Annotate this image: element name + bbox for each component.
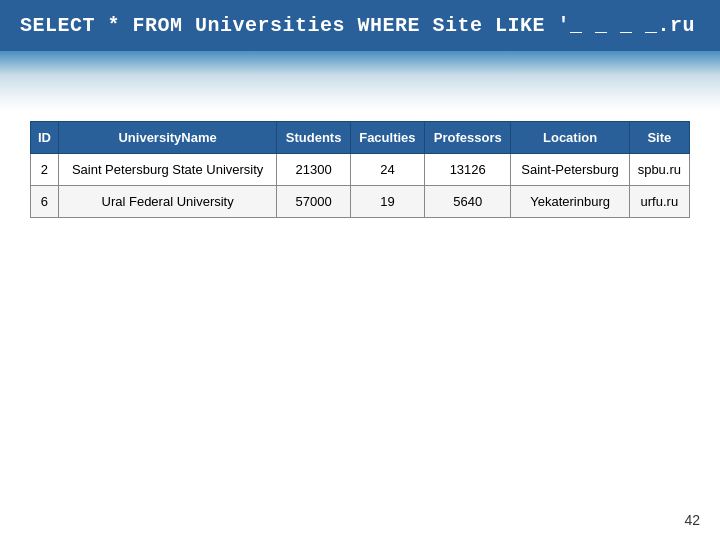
cell-location: Saint-Petersburg — [511, 154, 629, 186]
col-header-faculties: Faculties — [350, 122, 424, 154]
query-bar: SELECT * FROM Universities WHERE Site LI… — [0, 0, 720, 51]
cell-location: Yekaterinburg — [511, 186, 629, 218]
cell-professors: 13126 — [424, 154, 511, 186]
col-header-location: Location — [511, 122, 629, 154]
col-header-professors: Professors — [424, 122, 511, 154]
page-number: 42 — [684, 512, 700, 528]
cell-students: 21300 — [277, 154, 350, 186]
cell-professors: 5640 — [424, 186, 511, 218]
col-header-university-name: UniversityName — [58, 122, 277, 154]
col-header-site: Site — [629, 122, 689, 154]
cell-university-name: Saint Petersburg State University — [58, 154, 277, 186]
cell-id: 2 — [31, 154, 59, 186]
cell-faculties: 24 — [350, 154, 424, 186]
cell-site: urfu.ru — [629, 186, 689, 218]
results-table: ID UniversityName Students Faculties Pro… — [30, 121, 690, 218]
cell-students: 57000 — [277, 186, 350, 218]
col-header-id: ID — [31, 122, 59, 154]
col-header-students: Students — [277, 122, 350, 154]
sql-query: SELECT * FROM Universities WHERE Site LI… — [20, 14, 695, 37]
cell-site: spbu.ru — [629, 154, 689, 186]
table-row: 2Saint Petersburg State University213002… — [31, 154, 690, 186]
cell-faculties: 19 — [350, 186, 424, 218]
cell-university-name: Ural Federal University — [58, 186, 277, 218]
table-header-row: ID UniversityName Students Faculties Pro… — [31, 122, 690, 154]
main-content: ID UniversityName Students Faculties Pro… — [0, 111, 720, 238]
cell-id: 6 — [31, 186, 59, 218]
table-row: 6Ural Federal University57000195640Yekat… — [31, 186, 690, 218]
wave-decoration — [0, 51, 720, 111]
